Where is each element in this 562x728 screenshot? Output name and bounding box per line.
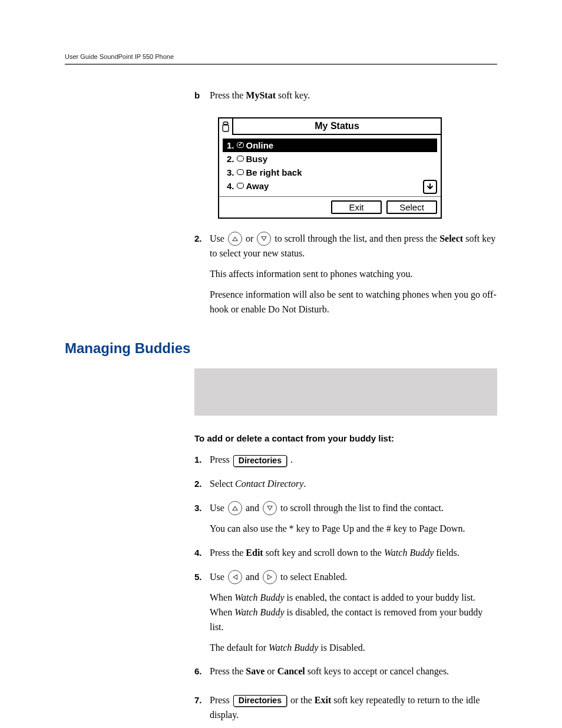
- status-item-label: Away: [246, 181, 269, 191]
- text: soft keys to accept or cancel changes.: [305, 666, 449, 676]
- svg-rect-0: [223, 122, 228, 124]
- text: to scroll through the list, and then pre…: [272, 233, 439, 243]
- status-item-brb[interactable]: 3. Be right back: [223, 166, 437, 179]
- text: is Disabled.: [318, 643, 365, 653]
- radio-icon: [237, 183, 244, 189]
- s3-num: 3.: [194, 501, 210, 542]
- status-item-num: 1.: [227, 140, 234, 150]
- text: Press: [210, 454, 232, 465]
- nav-up-icon: [228, 232, 242, 246]
- step-2-p3: Presence information will also be sent t…: [210, 288, 497, 317]
- directories-key: Directories: [233, 455, 287, 467]
- text-bold: Select: [439, 233, 463, 243]
- phone-line-icon: [219, 118, 233, 135]
- step-b-pre: Press the: [210, 90, 246, 100]
- step-2-p2: This affects information sent to phones …: [210, 267, 497, 282]
- nav-down-icon: [257, 232, 271, 246]
- radio-icon: [237, 169, 244, 175]
- status-item-num: 3.: [227, 167, 234, 177]
- s4-num: 4.: [194, 546, 210, 566]
- text-bold: Exit: [315, 695, 331, 705]
- text: or: [265, 666, 277, 676]
- s1-num: 1.: [194, 453, 210, 473]
- section-managing-buddies: Managing Buddies: [65, 340, 497, 357]
- text: or: [243, 233, 256, 243]
- running-header: User Guide SoundPoint IP 550 Phone: [65, 53, 497, 60]
- buddy-list-subheading: To add or delete a contact from your bud…: [194, 433, 497, 443]
- status-item-label: Online: [246, 140, 274, 150]
- text: to select Enabled.: [278, 572, 347, 582]
- step-b-bold: MyStat: [246, 90, 276, 100]
- text: and: [243, 503, 262, 513]
- nav-right-icon: [263, 570, 277, 584]
- text-italic: Watch Buddy: [269, 643, 318, 653]
- softkey-select[interactable]: Select: [386, 200, 437, 214]
- text-italic: Contact Directory: [235, 479, 303, 489]
- s7-num: 7.: [194, 693, 210, 728]
- text: fields.: [434, 548, 459, 558]
- status-item-away[interactable]: 4. Away: [223, 179, 437, 193]
- step-2-num: 2.: [194, 232, 210, 323]
- step-b-body: Press the MyStat soft key.: [210, 88, 497, 109]
- text-italic: Watch Buddy: [234, 592, 284, 602]
- nav-up-icon: [228, 501, 242, 515]
- s2-num: 2.: [194, 477, 210, 498]
- s1-body: Press Directories .: [210, 453, 497, 473]
- s5-num: 5.: [194, 570, 210, 661]
- step-b-letter: b: [194, 88, 210, 109]
- softkey-exit[interactable]: Exit: [331, 200, 382, 214]
- phone-screen: My Status 1. Online 2. Busy 3. Be right …: [218, 117, 442, 219]
- text: .: [288, 454, 293, 465]
- phone-status-list: 1. Online 2. Busy 3. Be right back 4. Aw…: [219, 135, 441, 196]
- svg-rect-1: [223, 125, 229, 131]
- text-italic: Watch Buddy: [234, 607, 284, 617]
- text: Press the: [210, 666, 246, 676]
- text: to scroll through the list to find the c…: [278, 503, 444, 513]
- radio-checked-icon: [237, 142, 244, 148]
- s6-body: Press the Save or Cancel soft keys to ac…: [210, 664, 497, 685]
- text: Press: [210, 695, 232, 705]
- s7-body: Press Directories or the Exit soft key r…: [210, 693, 497, 728]
- status-item-num: 4.: [227, 181, 234, 191]
- text: Use: [210, 233, 227, 243]
- text-bold: Save: [246, 666, 265, 676]
- text: When: [210, 592, 234, 602]
- s6-num: 6.: [194, 664, 210, 685]
- phone-screen-figure: My Status 1. Online 2. Busy 3. Be right …: [218, 117, 497, 219]
- note-block: [194, 368, 497, 416]
- text: and: [243, 572, 262, 582]
- text: Select: [210, 479, 235, 489]
- phone-screen-title: My Status: [233, 118, 441, 135]
- scroll-down-icon[interactable]: [423, 180, 437, 194]
- text: Press the: [210, 548, 246, 558]
- directories-key: Directories: [233, 695, 287, 707]
- text: soft key and scroll down to the: [263, 548, 384, 558]
- step-2-body: Use or to scroll through the list, and t…: [210, 232, 497, 323]
- s5-body: Use and to select Enabled. When Watch Bu…: [210, 570, 497, 661]
- text: Use: [210, 572, 227, 582]
- text-bold: Edit: [246, 548, 263, 558]
- header-rule: [65, 64, 497, 65]
- step-b-post: soft key.: [276, 90, 310, 100]
- s4-body: Press the Edit soft key and scroll down …: [210, 546, 497, 566]
- status-item-online[interactable]: 1. Online: [223, 139, 437, 152]
- s2-body: Select Contact Directory.: [210, 477, 497, 498]
- text: Use: [210, 503, 227, 513]
- s3-p2: You can also use the * key to Page Up an…: [210, 522, 497, 536]
- text-italic: Watch Buddy: [384, 548, 434, 558]
- text: .: [303, 479, 306, 489]
- text-bold: Cancel: [277, 666, 305, 676]
- radio-icon: [237, 156, 244, 162]
- nav-left-icon: [228, 570, 242, 584]
- status-item-label: Busy: [246, 154, 268, 164]
- text: or the: [288, 695, 315, 705]
- status-item-busy[interactable]: 2. Busy: [223, 152, 437, 166]
- status-item-label: Be right back: [246, 167, 302, 177]
- text: The default for: [210, 643, 269, 653]
- status-item-num: 2.: [227, 154, 234, 164]
- nav-down-icon: [263, 501, 277, 515]
- s3-body: Use and to scroll through the list to fi…: [210, 501, 497, 542]
